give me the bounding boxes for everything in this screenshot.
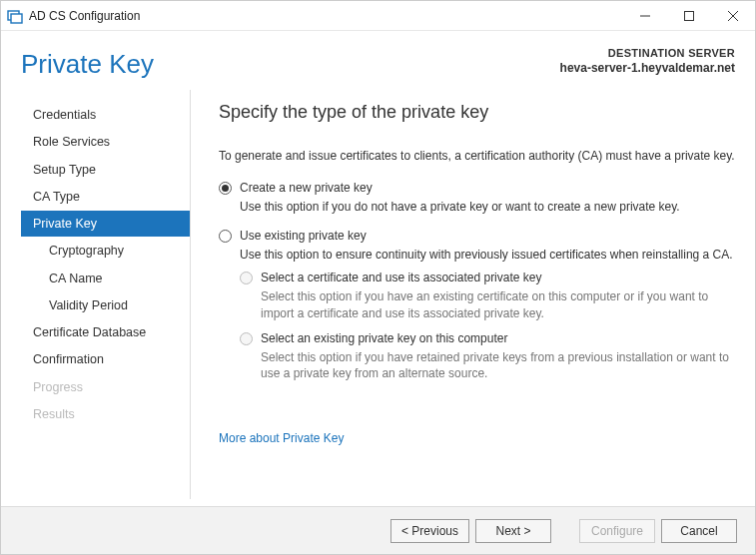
close-button[interactable] (711, 1, 755, 31)
sidebar-item-confirmation[interactable]: Confirmation (21, 346, 190, 372)
sidebar-item-certificate-database[interactable]: Certificate Database (21, 319, 190, 345)
option-create-new[interactable]: Create a new private key (219, 181, 735, 195)
sub-option-select-cert[interactable]: Select a certificate and use its associa… (240, 271, 735, 284)
content-intro: To generate and issue certificates to cl… (219, 149, 735, 163)
next-button[interactable]: Next > (475, 519, 551, 543)
sidebar-item-role-services[interactable]: Role Services (21, 129, 190, 155)
nav-button-group: < Previous Next > (390, 519, 551, 543)
sidebar-item-credentials[interactable]: Credentials (21, 102, 190, 128)
destination-server: heva-server-1.heyvaldemar.net (560, 61, 735, 75)
sidebar-item-private-key[interactable]: Private Key (21, 211, 190, 237)
sidebar-item-ca-name[interactable]: CA Name (21, 266, 190, 291)
sidebar-item-ca-type[interactable]: CA Type (21, 184, 190, 210)
destination-info: DESTINATION SERVER heva-server-1.heyvald… (560, 47, 735, 75)
sidebar-item-setup-type[interactable]: Setup Type (21, 157, 190, 183)
radio-icon (219, 182, 232, 195)
content-heading: Specify the type of the private key (219, 102, 735, 123)
footer: < Previous Next > Configure Cancel (1, 506, 755, 554)
radio-icon (240, 272, 253, 284)
option-existing-desc: Use this option to ensure continuity wit… (240, 247, 735, 263)
window-controls (623, 1, 755, 31)
previous-button[interactable]: < Previous (390, 519, 469, 543)
cancel-button[interactable]: Cancel (661, 519, 737, 543)
sidebar-item-validity-period[interactable]: Validity Period (21, 292, 190, 318)
sidebar: CredentialsRole ServicesSetup TypeCA Typ… (1, 90, 191, 499)
option-existing-label: Use existing private key (240, 229, 367, 243)
option-create-label: Create a new private key (240, 181, 373, 195)
sidebar-item-progress: Progress (21, 374, 190, 400)
sidebar-item-cryptography[interactable]: Cryptography (21, 238, 190, 264)
sidebar-item-results: Results (21, 401, 190, 427)
main-area: CredentialsRole ServicesSetup TypeCA Typ… (1, 90, 755, 499)
sub-option-cert-desc: Select this option if you have an existi… (261, 288, 735, 320)
radio-icon (219, 230, 232, 243)
option-use-existing[interactable]: Use existing private key (219, 229, 735, 243)
app-icon (7, 8, 23, 24)
more-link[interactable]: More about Private Key (219, 431, 344, 445)
radio-icon (240, 332, 253, 345)
window-title: AD CS Configuration (29, 9, 140, 23)
svg-rect-1 (11, 14, 22, 23)
minimize-button[interactable] (623, 1, 667, 31)
sub-option-key-desc: Select this option if you have retained … (261, 349, 735, 381)
header: Private Key DESTINATION SERVER heva-serv… (1, 31, 755, 80)
page-heading: Private Key (21, 49, 154, 80)
option-create-desc: Use this option if you do not have a pri… (240, 199, 735, 215)
maximize-button[interactable] (667, 1, 711, 31)
content: Specify the type of the private key To g… (191, 90, 755, 499)
titlebar: AD CS Configuration (1, 1, 755, 31)
svg-rect-3 (685, 11, 694, 20)
destination-label: DESTINATION SERVER (560, 47, 735, 59)
sub-options: Select a certificate and use its associa… (240, 271, 735, 381)
configure-button[interactable]: Configure (579, 519, 655, 543)
sub-option-cert-label: Select a certificate and use its associa… (261, 271, 541, 284)
sub-option-select-key[interactable]: Select an existing private key on this c… (240, 331, 735, 345)
sub-option-key-label: Select an existing private key on this c… (261, 331, 507, 345)
